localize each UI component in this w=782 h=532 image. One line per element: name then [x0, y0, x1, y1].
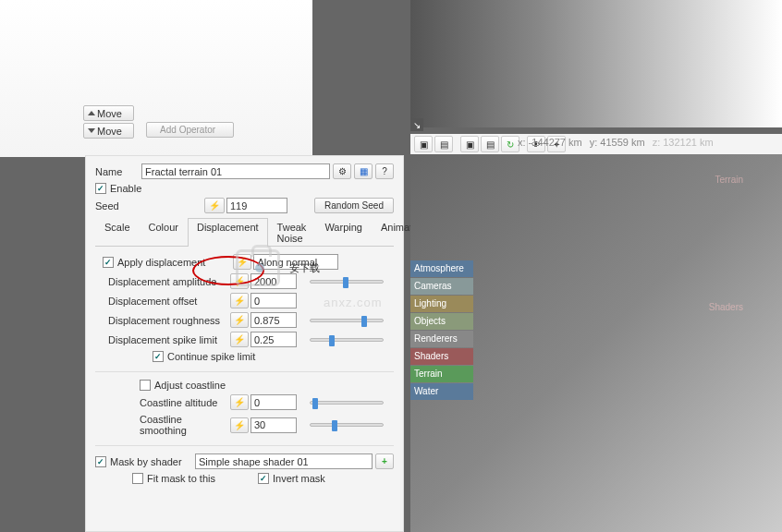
- cat-cameras[interactable]: Cameras: [410, 278, 473, 295]
- off-param-icon[interactable]: ⚡: [230, 293, 249, 308]
- cat-renderers[interactable]: Renderers: [410, 331, 473, 347]
- apply-displacement-checkbox[interactable]: ✓: [103, 257, 114, 268]
- enable-label: Enable: [110, 183, 141, 194]
- tool-btn-5[interactable]: ↻: [501, 136, 519, 152]
- tool-btn-2[interactable]: ▤: [434, 136, 453, 152]
- coast-alt-label: Coastline altitude: [103, 397, 227, 408]
- viewport-resize-icon[interactable]: ↘: [410, 118, 423, 131]
- node-list-panel: Move Move Add Operator: [0, 0, 312, 157]
- tab-tweak-noise[interactable]: Tweak Noise: [268, 218, 316, 247]
- help-icon[interactable]: ?: [375, 163, 394, 179]
- tab-displacement[interactable]: Displacement: [188, 218, 268, 247]
- tab-bar: Scale Colour Displacement Tweak Noise Wa…: [95, 217, 394, 247]
- coord-z: z: 132121 km: [653, 137, 714, 148]
- mask-by-shader-label: Mask by shader: [110, 456, 195, 467]
- coord-x: x: -144277 km: [518, 137, 582, 148]
- add-shader-icon[interactable]: +: [375, 453, 394, 469]
- add-operator-button[interactable]: Add Operator: [146, 122, 234, 138]
- tab-scale[interactable]: Scale: [95, 218, 140, 247]
- amplitude-field[interactable]: [250, 273, 297, 289]
- coast-smooth-field[interactable]: [250, 417, 297, 433]
- coast-alt-field[interactable]: [250, 394, 297, 410]
- seed-param-icon[interactable]: ⚡: [204, 198, 225, 213]
- tool-btn-4[interactable]: ▤: [481, 136, 499, 152]
- name-label: Name: [95, 166, 141, 177]
- coord-y: y: 41559 km: [590, 137, 645, 148]
- adjust-coastline-label: Adjust coastline: [154, 380, 226, 391]
- continue-spike-label: Continue spike limit: [167, 351, 255, 362]
- preview-icon[interactable]: ▦: [354, 163, 373, 179]
- name-field[interactable]: [141, 163, 330, 179]
- spike-slider[interactable]: [310, 338, 384, 342]
- move-down-button[interactable]: Move: [83, 123, 134, 139]
- cat-terrain[interactable]: Terrain: [410, 366, 473, 382]
- amplitude-slider[interactable]: [310, 280, 384, 284]
- roughness-label: Displacement roughness: [103, 315, 227, 326]
- enable-checkbox[interactable]: ✓: [95, 183, 106, 194]
- roughness-field[interactable]: [250, 312, 297, 328]
- tool-btn-1[interactable]: ▣: [414, 136, 433, 152]
- calt-param-icon[interactable]: ⚡: [230, 394, 249, 410]
- apply-displacement-label: Apply displacement: [117, 257, 205, 268]
- spike-param-icon[interactable]: ⚡: [230, 332, 249, 347]
- along-normal-field[interactable]: [253, 254, 338, 270]
- coast-alt-slider[interactable]: [310, 401, 384, 405]
- tab-colour[interactable]: Colour: [140, 218, 188, 247]
- fit-mask-label: Fit mask to this: [147, 473, 258, 484]
- cat-objects[interactable]: Objects: [410, 313, 473, 330]
- seed-label: Seed: [95, 200, 141, 212]
- cat-atmosphere[interactable]: Atmosphere: [410, 260, 473, 277]
- amp-param-icon[interactable]: ⚡: [230, 273, 249, 289]
- offset-field[interactable]: [250, 293, 297, 308]
- roughness-slider[interactable]: [310, 319, 384, 322]
- spike-field[interactable]: [250, 332, 297, 347]
- tool-btn-3[interactable]: ▣: [460, 136, 479, 152]
- amplitude-label: Displacement amplitude: [103, 276, 227, 287]
- property-panel: Name ⚙ ▦ ? ✓ Enable Seed ⚡ Random Seed S…: [85, 155, 404, 532]
- mask-by-shader-checkbox[interactable]: ✓: [95, 456, 106, 467]
- spike-label: Displacement spike limit: [103, 334, 227, 345]
- cat-lighting[interactable]: Lighting: [410, 296, 473, 312]
- fit-mask-checkbox[interactable]: [132, 473, 143, 484]
- rough-param-icon[interactable]: ⚡: [230, 312, 249, 328]
- random-seed-button[interactable]: Random Seed: [314, 198, 394, 213]
- offset-label: Displacement offset: [103, 296, 227, 307]
- tab-warping[interactable]: Warping: [315, 218, 372, 247]
- invert-mask-label: Invert mask: [273, 473, 325, 484]
- invert-mask-checkbox[interactable]: ✓: [258, 473, 269, 484]
- move-up-button[interactable]: Move: [83, 105, 134, 121]
- coast-smooth-label: Coastline smoothing: [103, 414, 227, 436]
- apply-param-icon[interactable]: ⚡: [233, 254, 251, 270]
- cat-water[interactable]: Water: [410, 383, 473, 400]
- gear-icon[interactable]: ⚙: [333, 163, 351, 179]
- mask-shader-field[interactable]: [195, 453, 373, 469]
- coast-smooth-slider[interactable]: [310, 423, 384, 427]
- cat-shaders[interactable]: Shaders: [410, 348, 473, 365]
- seed-field[interactable]: [226, 198, 287, 213]
- node-terrain[interactable]: Terrain: [715, 175, 743, 185]
- adjust-coastline-checkbox[interactable]: [140, 380, 151, 391]
- node-shaders[interactable]: Shaders: [709, 302, 743, 312]
- csmooth-param-icon[interactable]: ⚡: [230, 417, 249, 433]
- category-list: Atmosphere Cameras Lighting Objects Rend…: [410, 260, 473, 401]
- preview-viewport[interactable]: [410, 0, 782, 127]
- node-graph-viewport[interactable]: Atmosphere Cameras Lighting Objects Rend…: [410, 154, 782, 532]
- continue-spike-checkbox[interactable]: ✓: [153, 351, 164, 362]
- coordinates-readout: x: -144277 km y: 41559 km z: 132121 km: [518, 137, 714, 148]
